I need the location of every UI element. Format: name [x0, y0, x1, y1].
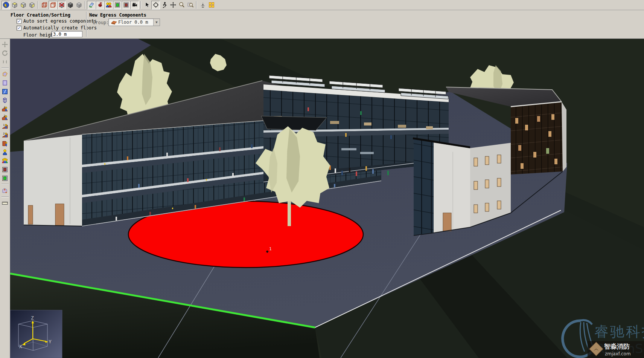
select-cursor-button[interactable]	[143, 1, 151, 9]
toolbar-separator	[140, 1, 141, 9]
group-label: Group:	[93, 20, 109, 25]
solid-cube-top-button[interactable]	[10, 1, 19, 9]
auto-create-label: Automatically create floors	[23, 25, 97, 31]
svg-text:2: 2	[4, 115, 5, 118]
zoom-button[interactable]	[177, 1, 186, 9]
pan-view-icon	[170, 2, 177, 8]
auto-sort-checkbox[interactable]: ✓	[17, 19, 21, 24]
exit-door-tool-icon	[2, 166, 8, 173]
occupant-tool-button[interactable]	[1, 148, 9, 156]
zoom-icon	[178, 2, 185, 8]
hide-object-button[interactable]	[57, 1, 66, 9]
dark-cube-icon	[67, 2, 74, 8]
show-furniture-button[interactable]	[96, 1, 104, 9]
door-occupant-tool-button[interactable]	[1, 139, 9, 148]
zoom-region-button[interactable]	[186, 1, 195, 9]
solid-cube-front-icon	[20, 2, 27, 8]
solid-cube-front-button[interactable]	[19, 1, 27, 9]
orbit-object-tool-button[interactable]	[1, 57, 9, 66]
polygon-room-tool-button[interactable]	[1, 70, 9, 78]
scene-canvas[interactable]: 1	[10, 39, 644, 358]
sidebar-separator	[2, 67, 9, 68]
show-glass-button[interactable]	[87, 1, 96, 9]
floor-creation-title: Floor Creation/Sorting	[11, 12, 70, 18]
show-occupants-button[interactable]	[104, 1, 113, 9]
watermark-company-cn: 睿驰科技	[594, 323, 644, 340]
stairs-tool-button[interactable]: 1	[1, 104, 9, 113]
pan-view-button[interactable]	[169, 1, 177, 9]
solid-cube-side-button[interactable]	[27, 1, 36, 9]
show-doors-green-icon	[114, 2, 121, 8]
show-glass-icon	[88, 2, 95, 8]
refuge-area-tool-button[interactable]	[1, 186, 9, 195]
sidebar-separator	[2, 184, 9, 185]
end-wall-door-small	[28, 205, 33, 224]
show-furniture-icon	[97, 2, 104, 8]
show-occupants-icon	[105, 2, 112, 8]
gray-cube-button[interactable]	[75, 1, 83, 9]
exit-door-tool-button[interactable]	[1, 165, 9, 174]
show-doors-green-button[interactable]	[113, 1, 122, 9]
ramp-two-point-tool-button[interactable]: 2	[1, 130, 9, 139]
end-wall-door	[55, 204, 64, 225]
walk-view-icon	[161, 2, 168, 8]
wireframe-cube-icon	[41, 2, 48, 8]
walk-view-button[interactable]	[160, 1, 169, 9]
viewport-3d[interactable]: 1	[10, 39, 644, 358]
camera-views-button[interactable]	[130, 1, 139, 9]
stairs-tool-icon: 1	[2, 106, 8, 112]
toolbar-separator	[196, 1, 197, 9]
badge-url: zmjaxf.com	[605, 351, 631, 356]
dark-cube-button[interactable]	[66, 1, 75, 9]
grid-snap-button[interactable]	[207, 1, 216, 9]
ramp-tool-button[interactable]: 1	[1, 122, 9, 130]
refuge-area-tool-icon	[2, 187, 8, 194]
edge-divider-tool-button[interactable]	[1, 87, 9, 96]
axis-gizmo[interactable]: Z Y X	[10, 310, 62, 358]
auto-create-checkbox[interactable]: ✓	[17, 26, 21, 31]
interior-door-tool-button[interactable]	[1, 174, 9, 182]
camera-views-icon	[131, 2, 138, 8]
snap-point-button[interactable]	[198, 1, 207, 9]
stairs-two-point-tool-icon: 2	[2, 114, 8, 121]
solid-cube-side-icon	[29, 2, 35, 8]
occupant-group-tool-button[interactable]	[1, 156, 9, 165]
new-egress-title: New Egress Components	[89, 12, 146, 18]
door-occupant-tool-icon	[2, 140, 8, 147]
interior-door-tool-icon	[2, 175, 8, 182]
view-select-button[interactable]	[2, 1, 10, 9]
rectangle-room-tool-icon	[2, 80, 8, 86]
group-dropdown[interactable]: Floor 0.0 m ▼	[108, 18, 160, 26]
sidebar-separator	[2, 196, 9, 197]
panel-divider	[86, 12, 87, 37]
toolbar-separator	[85, 1, 85, 9]
measure-tool-button[interactable]	[1, 199, 9, 207]
dropdown-arrow-icon[interactable]: ▼	[153, 19, 160, 26]
axis-x-label: X	[19, 344, 22, 349]
wireframe-cube-button[interactable]	[40, 1, 49, 9]
grid-snap-icon	[208, 2, 215, 8]
rotate-tool-button[interactable]	[1, 49, 9, 57]
prism-tool-button[interactable]	[1, 96, 9, 104]
view-select-icon	[3, 2, 9, 8]
group-value: Floor 0.0 m	[118, 20, 148, 25]
watermark-badge: 智淼消防 zmjaxf.com	[588, 341, 644, 358]
wireframe-hidden-button[interactable]	[49, 1, 57, 9]
floor-height-input[interactable]	[52, 31, 82, 37]
stairs-two-point-tool-button[interactable]: 2	[1, 113, 9, 122]
svg-text:1: 1	[4, 106, 5, 109]
tower-door	[443, 213, 451, 231]
show-doors-red-button[interactable]	[122, 1, 130, 9]
tree-trunk	[288, 201, 291, 226]
move-tool-icon	[2, 41, 8, 48]
select-cursor-icon	[144, 2, 151, 8]
orbit-view-button[interactable]	[151, 1, 160, 9]
entrance-canopy	[261, 116, 327, 130]
move-tool-button[interactable]	[1, 40, 9, 49]
auto-create-checkbox-row: ✓ Automatically create floors	[17, 25, 97, 31]
auto-sort-label: Auto sort egress components	[23, 18, 97, 24]
show-doors-red-icon	[123, 2, 129, 8]
refuge-marker-label: 1	[269, 246, 272, 251]
floor-icon	[111, 20, 117, 24]
rectangle-room-tool-button[interactable]	[1, 78, 9, 87]
